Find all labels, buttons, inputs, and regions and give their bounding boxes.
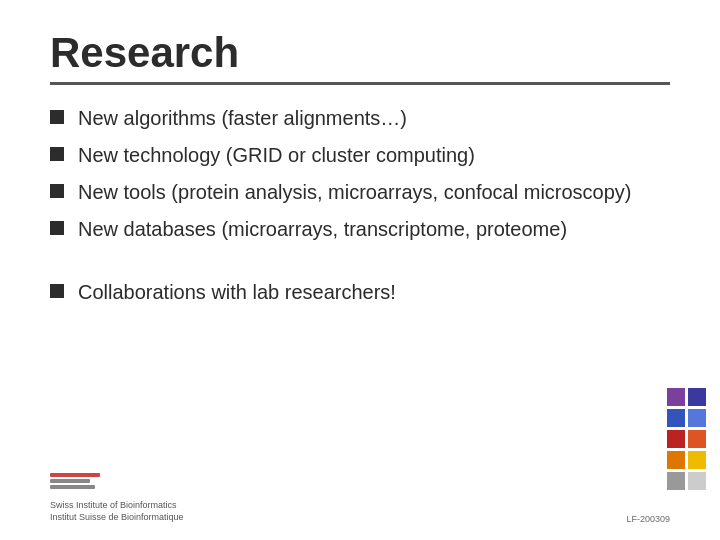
title-divider — [50, 82, 670, 85]
bullet-icon — [50, 184, 64, 198]
list-item: New technology (GRID or cluster computin… — [50, 142, 670, 169]
content-area: New algorithms (faster alignments…) New … — [50, 105, 670, 306]
color-row-1 — [667, 388, 706, 406]
institute-line2: Institut Suisse de Bioinformatique — [50, 512, 184, 522]
logo-line-1 — [50, 473, 100, 477]
color-squares-decoration — [667, 388, 706, 490]
logo-line-3 — [50, 485, 95, 489]
bullet-icon — [50, 147, 64, 161]
institute-line1: Swiss Institute of Bioinformatics — [50, 500, 177, 510]
color-square — [667, 472, 685, 490]
bullet-icon — [50, 284, 64, 298]
color-row-4 — [667, 451, 706, 469]
bullet-icon — [50, 221, 64, 235]
color-square — [688, 409, 706, 427]
slide: Research New algorithms (faster alignmen… — [0, 0, 720, 540]
bullet-icon — [50, 110, 64, 124]
footer-left: Swiss Institute of Bioinformatics Instit… — [50, 467, 184, 524]
list-item: New algorithms (faster alignments…) — [50, 105, 670, 132]
color-row-3 — [667, 430, 706, 448]
logo-line-2 — [50, 479, 90, 483]
color-square — [667, 430, 685, 448]
slide-number: LF-200309 — [626, 514, 670, 524]
slide-title: Research — [50, 30, 670, 76]
color-square — [688, 388, 706, 406]
list-item: New tools (protein analysis, microarrays… — [50, 179, 670, 206]
color-square — [667, 451, 685, 469]
color-square — [688, 472, 706, 490]
list-item: New databases (microarrays, transcriptom… — [50, 216, 670, 243]
color-square — [688, 451, 706, 469]
color-row-2 — [667, 409, 706, 427]
collab-text: Collaborations with lab researchers! — [78, 279, 670, 306]
color-square — [667, 409, 685, 427]
bullet-group-main: New algorithms (faster alignments…) New … — [50, 105, 670, 253]
bullet-text: New tools (protein analysis, microarrays… — [78, 179, 670, 206]
footer: Swiss Institute of Bioinformatics Instit… — [50, 467, 670, 524]
bullet-text: New algorithms (faster alignments…) — [78, 105, 670, 132]
title-section: Research — [50, 30, 670, 85]
footer-institute: Swiss Institute of Bioinformatics Instit… — [50, 499, 184, 524]
logo-placeholder — [50, 467, 105, 497]
bullet-text: New databases (microarrays, transcriptom… — [78, 216, 670, 243]
collab-item: Collaborations with lab researchers! — [50, 279, 670, 306]
color-square — [688, 430, 706, 448]
color-row-5 — [667, 472, 706, 490]
color-square — [667, 388, 685, 406]
bullet-text: New technology (GRID or cluster computin… — [78, 142, 670, 169]
